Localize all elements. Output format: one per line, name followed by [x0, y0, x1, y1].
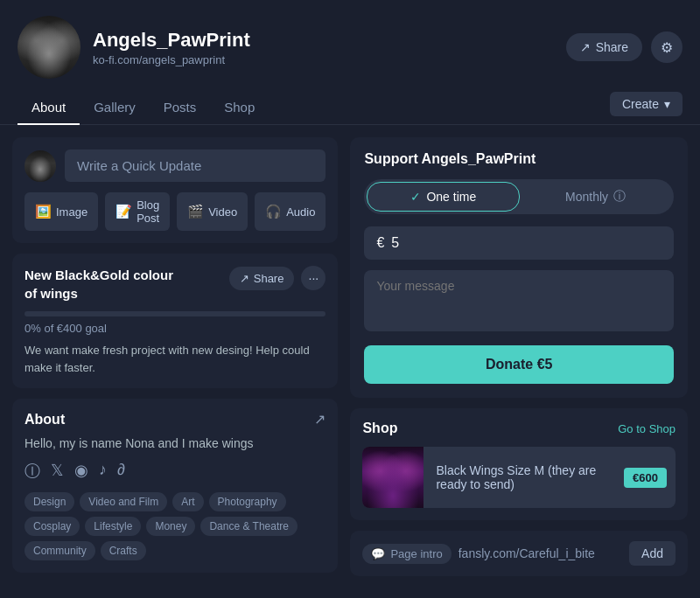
header-right: ↗ Share ⚙ [566, 31, 682, 63]
shop-item-image [362, 447, 424, 508]
shop-item[interactable]: Black Wings Size M (they are ready to se… [362, 447, 676, 508]
nav-tabs: About Gallery Posts Shop Create ▾ [0, 91, 700, 125]
instagram-icon[interactable]: Ⓘ [24, 461, 40, 482]
header-left: Angels_PawPrint ko-fi.com/angels_pawprin… [18, 16, 250, 79]
goal-share-button[interactable]: ↗ Share [229, 267, 295, 290]
goal-dots-button[interactable]: ··· [301, 266, 326, 290]
avatar [18, 16, 80, 79]
tab-shop[interactable]: Shop [210, 91, 269, 125]
share-icon: ↗ [580, 40, 591, 54]
tab-posts[interactable]: Posts [150, 91, 211, 125]
image-label: Image [56, 205, 88, 219]
header-info: Angels_PawPrint ko-fi.com/angels_pawprin… [93, 29, 250, 66]
one-time-button[interactable]: ✓ One time [367, 182, 520, 212]
blog-label: Blog Post [136, 198, 159, 225]
tiktok-icon[interactable]: ♪ [99, 461, 107, 482]
page-intro-bar: 💬 Page intro fansly.com/Careful_i_bite A… [350, 531, 688, 576]
share-goal-label: Share [254, 272, 284, 285]
shop-card: Shop Go to Shop Black Wings Size M (they… [350, 408, 688, 520]
small-avatar-image [24, 150, 56, 182]
go-to-shop-link[interactable]: Go to Shop [618, 422, 676, 435]
tag-art[interactable]: Art [172, 492, 203, 511]
chevron-down-icon: ▾ [664, 97, 670, 111]
tag-dance-theatre[interactable]: Dance & Theatre [200, 517, 298, 536]
goal-title: New Black&Gold colour of wings [24, 266, 182, 302]
page-intro-label: Page intro [390, 547, 442, 560]
currency-symbol: € [376, 235, 384, 251]
audio-button[interactable]: 🎧 Audio [255, 192, 326, 231]
support-title: Support Angels_PawPrint [364, 151, 674, 167]
external-link-icon: ↗ [314, 412, 326, 427]
amount-input-row: € [364, 226, 674, 260]
tags-container: Design Video and Film Art Photography Co… [24, 492, 326, 560]
tab-about[interactable]: About [18, 91, 80, 125]
profile-url: ko-fi.com/angels_pawprint [93, 53, 250, 66]
goal-description: We want make fresh project with new desi… [24, 342, 326, 376]
quick-update-top: Write a Quick Update [24, 150, 326, 182]
payment-toggle: ✓ One time Monthly ⓘ [364, 179, 674, 214]
social-icons: Ⓘ 𝕏 ◉ ♪ ∂ [24, 461, 326, 482]
tag-lifestyle[interactable]: Lifestyle [85, 517, 141, 536]
chat-icon: 💬 [371, 547, 385, 560]
image-button[interactable]: 🖼️ Image [24, 192, 98, 231]
one-time-label: One time [426, 190, 476, 204]
header: Angels_PawPrint ko-fi.com/angels_pawprin… [0, 0, 700, 79]
settings-button[interactable]: ⚙ [651, 31, 682, 63]
small-avatar [24, 150, 56, 182]
username: Angels_PawPrint [93, 29, 250, 52]
quick-update-card: Write a Quick Update 🖼️ Image 📝 Blog Pos… [12, 137, 338, 243]
tag-crafts[interactable]: Crafts [101, 541, 146, 560]
page-intro-left: 💬 Page intro fansly.com/Careful_i_bite [362, 544, 594, 564]
blog-icon: 📝 [116, 204, 132, 219]
about-card: About ↗ Hello, my is name Nona and I mak… [12, 399, 338, 573]
right-column: Support Angels_PawPrint ✓ One time Month… [350, 137, 688, 576]
edit-about-button[interactable]: ↗ [314, 411, 326, 428]
share-label: Share [596, 40, 628, 54]
about-text: Hello, my is name Nona and I make wings [24, 436, 326, 450]
support-card: Support Angels_PawPrint ✓ One time Month… [350, 137, 688, 398]
tag-cosplay[interactable]: Cosplay [24, 517, 80, 536]
quick-update-buttons: 🖼️ Image 📝 Blog Post 🎬 Video 🎧 Audio [24, 192, 326, 231]
info-icon: ⓘ [613, 189, 626, 205]
monthly-label: Monthly [565, 190, 608, 204]
goal-actions: ↗ Share ··· [229, 266, 326, 290]
shop-title: Shop [362, 421, 397, 436]
shop-header: Shop Go to Shop [362, 421, 676, 436]
tag-photography[interactable]: Photography [209, 492, 286, 511]
reddit-icon[interactable]: ◉ [74, 461, 88, 482]
video-button[interactable]: 🎬 Video [177, 192, 248, 231]
shop-item-price: €600 [624, 468, 667, 488]
about-header: About ↗ [24, 411, 326, 428]
audio-label: Audio [286, 205, 315, 219]
image-icon: 🖼️ [35, 204, 52, 219]
shop-item-info: Black Wings Size M (they are ready to se… [424, 455, 624, 500]
twitter-icon[interactable]: 𝕏 [51, 461, 64, 482]
donate-button[interactable]: Donate €5 [364, 345, 674, 384]
blog-post-button[interactable]: 📝 Blog Post [105, 192, 170, 231]
video-icon: 🎬 [187, 204, 204, 219]
message-textarea[interactable] [364, 270, 674, 331]
monthly-button[interactable]: Monthly ⓘ [520, 182, 671, 212]
tag-money[interactable]: Money [146, 517, 195, 536]
share-button[interactable]: ↗ Share [566, 33, 642, 61]
goal-percent: 0% of €400 goal [24, 322, 326, 335]
amount-input[interactable] [391, 235, 662, 251]
tag-design[interactable]: Design [24, 492, 74, 511]
add-page-intro-button[interactable]: Add [629, 541, 676, 566]
tag-community[interactable]: Community [24, 541, 95, 560]
tag-video-film[interactable]: Video and Film [80, 492, 167, 511]
about-title: About [24, 412, 65, 428]
quick-update-input[interactable]: Write a Quick Update [65, 150, 326, 182]
goal-header: New Black&Gold colour of wings ↗ Share ·… [24, 266, 326, 302]
main-content: Write a Quick Update 🖼️ Image 📝 Blog Pos… [0, 125, 700, 588]
page-intro-url: fansly.com/Careful_i_bite [458, 546, 595, 560]
share-icon-small: ↗ [240, 272, 249, 285]
tab-gallery[interactable]: Gallery [80, 91, 150, 125]
other-icon[interactable]: ∂ [117, 461, 125, 482]
avatar-image [18, 16, 80, 79]
create-label: Create [622, 97, 659, 111]
page-intro-bubble: 💬 Page intro [362, 544, 451, 564]
goal-progress-bar [24, 311, 326, 316]
create-button[interactable]: Create ▾ [610, 92, 682, 116]
dots-icon: ··· [309, 271, 319, 285]
